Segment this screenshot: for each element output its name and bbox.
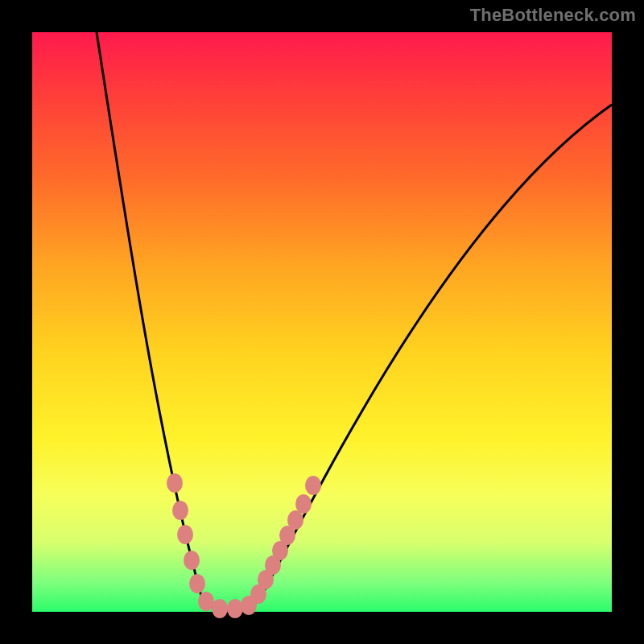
marker-group [167,473,321,618]
plot-area [32,32,612,612]
highlight-marker [287,510,303,530]
bottleneck-curve [97,32,612,610]
highlight-marker [189,574,205,593]
highlight-marker [198,592,214,611]
highlight-marker [212,599,228,618]
highlight-marker [172,501,188,520]
highlight-marker [227,599,243,618]
highlight-marker [305,476,321,495]
highlight-marker [184,551,200,570]
chart-svg [32,32,612,612]
watermark-text: TheBottleneck.com [470,5,636,26]
highlight-marker [167,473,183,493]
highlight-marker [295,494,312,514]
chart-container: TheBottleneck.com [0,0,644,644]
highlight-marker [177,525,193,544]
